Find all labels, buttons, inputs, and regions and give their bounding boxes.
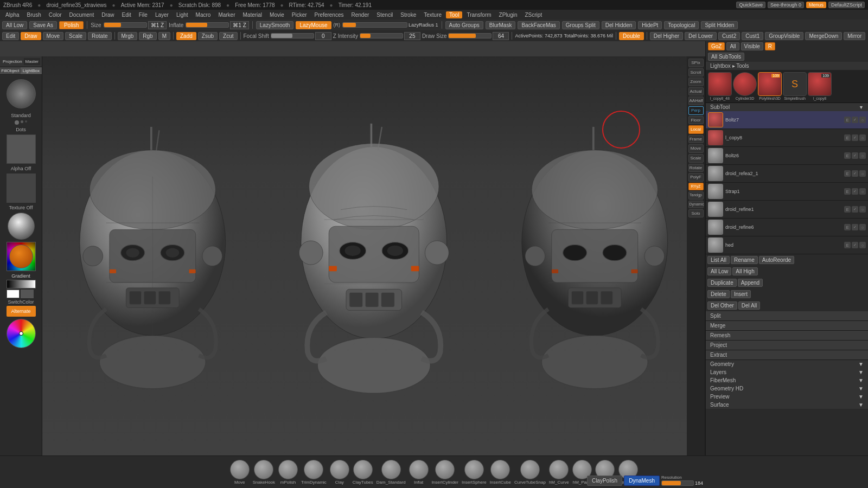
snakehook-tool[interactable]: SnakeHook (253, 460, 275, 485)
preview-header[interactable]: Preview ▼ (706, 393, 868, 401)
move-tool[interactable]: Move (230, 460, 250, 485)
draw-size-slider[interactable]: 64 (448, 32, 509, 40)
see-through-button[interactable]: See-through 0 (768, 2, 804, 8)
menu-draw[interactable]: Draw (98, 11, 117, 18)
extract-button[interactable]: Extract (706, 350, 868, 360)
del-all-button[interactable]: Del All (738, 301, 760, 310)
menu-movie[interactable]: Movie (266, 11, 288, 18)
goz-button[interactable]: GoZ (708, 42, 725, 50)
frame-button[interactable]: Frame (688, 135, 704, 144)
zcut-button[interactable]: Zcut (219, 32, 237, 40)
layers-header[interactable]: Layers ▼ (706, 368, 868, 376)
rename-button[interactable]: Rename (731, 256, 758, 264)
subtool-boltz7[interactable]: Boltz7 E ✓ ○ (706, 111, 868, 129)
menu-picker[interactable]: Picker (289, 11, 310, 18)
brush-button[interactable]: Polish (59, 21, 84, 29)
insertcube-tool[interactable]: InsertCube (490, 460, 511, 485)
projection-tab[interactable]: Projection (2, 58, 23, 65)
trimdynamic-tool[interactable]: TrimDynamic (301, 460, 327, 485)
surface-header[interactable]: Surface ▼ (706, 401, 868, 409)
menu-zscript[interactable]: ZScript (522, 11, 546, 18)
menu-stroke[interactable]: Stroke (397, 11, 419, 18)
perp-button[interactable]: Perp (688, 106, 704, 115)
dynamic-button[interactable]: Dynamic (688, 201, 704, 208)
actual-button[interactable]: Actual (688, 87, 704, 96)
del-hidden-button[interactable]: Del Hidden (602, 21, 636, 29)
topological-button[interactable]: Topological (664, 21, 699, 29)
cust1-button[interactable]: Cust1 (742, 32, 763, 40)
subtool-hed[interactable]: hed E ✓ ○ (706, 236, 868, 254)
solo-button[interactable]: Solo (688, 209, 704, 218)
preset-button[interactable]: All Low (2, 21, 27, 29)
zsub-button[interactable]: Zsub (198, 32, 218, 40)
focal-shift-slider[interactable]: 0 (271, 32, 331, 40)
menu-edit[interactable]: Edit (119, 11, 135, 18)
r-button[interactable]: R (765, 42, 775, 50)
merge-button-tool[interactable]: Merge (706, 321, 868, 331)
menu-texture[interactable]: Texture (420, 11, 445, 18)
color-picker[interactable] (7, 242, 36, 271)
size-slider[interactable]: ⌘1 Z (104, 21, 167, 29)
subtool-boltz6[interactable]: Boltz6 E ✓ ○ (706, 147, 868, 165)
groups-split-button[interactable]: Groups Split (562, 21, 599, 29)
thumb-item-1[interactable]: l_copy8_48 (708, 72, 732, 100)
thumb-item-4[interactable]: S SimpleBrush (783, 72, 807, 100)
default-zscript-button[interactable]: DefaultZScript (828, 2, 865, 8)
floor-button[interactable]: Floor (688, 116, 704, 125)
del-other-button[interactable]: Del Other (707, 301, 737, 310)
subtool-strap1[interactable]: Strap1 E ✓ ○ (706, 183, 868, 201)
delete-button[interactable]: Delete (707, 290, 730, 298)
insertsphere-tool[interactable]: InsertSphere (462, 460, 487, 485)
insertcylinder-tool[interactable]: InsertCylinder (432, 460, 458, 485)
group-visible-button[interactable]: GroupVisible (765, 32, 803, 40)
blur-mask-button[interactable]: BlurMask (486, 21, 516, 29)
clay-polish-button[interactable]: ClayPolish (587, 476, 622, 486)
backface-mas-button[interactable]: BackFaceMas (518, 21, 559, 29)
menu-tool[interactable]: Tool (446, 11, 462, 18)
local-button[interactable]: Local (688, 125, 704, 134)
quicksave-button[interactable]: QuickSave (736, 2, 765, 8)
color-grey[interactable] (21, 290, 34, 298)
insert-button[interactable]: Insert (731, 290, 751, 298)
subtool-droid-refea[interactable]: droid_refea2_1 E ✓ ○ (706, 165, 868, 183)
menu-layer[interactable]: Layer (152, 11, 172, 18)
menu-brush[interactable]: Brush (24, 11, 44, 18)
z-intensity-slider[interactable]: 25 (360, 32, 420, 40)
append-button[interactable]: Append (738, 279, 763, 287)
menu-preferences[interactable]: Preferences (311, 11, 347, 18)
ryyz-button[interactable]: RYyZ (688, 183, 704, 190)
all-low-button[interactable]: All Low (707, 267, 731, 275)
mrgb-button[interactable]: Mrgb (118, 32, 138, 40)
dam-standard-tool[interactable]: Dam_Standard (376, 460, 406, 485)
fillobj-button[interactable]: FillObject (0, 67, 21, 74)
fibermesh-header[interactable]: FiberMesh ▼ (706, 376, 868, 384)
cust2-button[interactable]: Cust2 (718, 32, 740, 40)
mirror-button[interactable]: Mirror (844, 32, 865, 40)
thumb-item-2[interactable]: Cylinder3D (733, 72, 757, 100)
del-lower-button[interactable]: Del Lower (685, 32, 717, 40)
color-white[interactable] (7, 290, 20, 298)
auto-reorder-button[interactable]: AutoReorde (759, 256, 794, 264)
tandgp-button[interactable]: Tandgp (688, 191, 704, 199)
menu-macro[interactable]: Macro (193, 11, 214, 18)
scale-button[interactable]: Scale (65, 32, 86, 40)
split-hidden-button[interactable]: Split Hidden (701, 21, 738, 29)
m-button[interactable]: M (158, 32, 170, 40)
geometry-header[interactable]: Geometry ▼ (706, 360, 868, 368)
lightbox-button[interactable]: LightBox (21, 67, 42, 74)
menu-transform[interactable]: Transform (463, 11, 494, 18)
rgb-button[interactable]: Rgb (139, 32, 156, 40)
edit-button[interactable]: Edit (2, 32, 19, 40)
lazy-mouse-button[interactable]: LazyMouse (296, 21, 331, 29)
thumb-item-5[interactable]: 109 l_copy8 (808, 72, 832, 100)
subtool-droid-refine1[interactable]: droid_refine1 E ✓ ○ (706, 201, 868, 219)
mpolish-tool[interactable]: mPolish (278, 460, 298, 485)
subtool-lcopy8[interactable]: l_copy8 E ✓ ○ (706, 129, 868, 147)
hide-pt-button[interactable]: HidePt (638, 21, 662, 29)
aahalf-button[interactable]: AAHalf (688, 97, 704, 105)
gradient-bar[interactable] (7, 280, 36, 288)
menu-light[interactable]: Light (173, 11, 192, 18)
zoom-button[interactable]: Zoom (688, 78, 704, 86)
inflate-slider[interactable]: ⌘1 Z (186, 21, 248, 29)
zadd-button[interactable]: Zadd (176, 32, 196, 40)
